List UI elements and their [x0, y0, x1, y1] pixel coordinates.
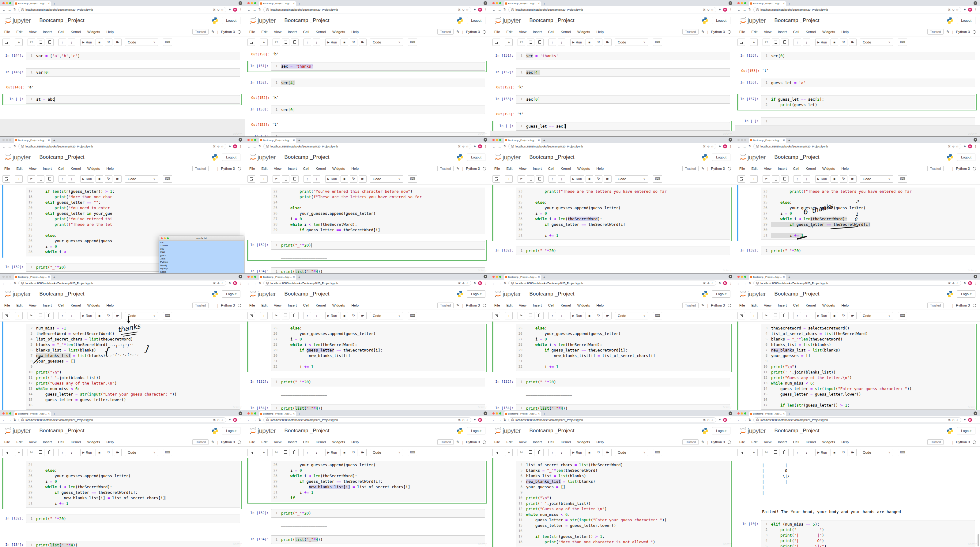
restart-run-all-button[interactable]: ▶▶ — [359, 38, 367, 46]
menu-edit[interactable]: Edit — [506, 303, 513, 307]
code-cell[interactable]: In [152]:1sec[4] — [492, 67, 732, 78]
copy-cell-button[interactable] — [37, 312, 45, 319]
forward-icon[interactable]: → — [498, 281, 501, 285]
browser-tab[interactable]: Bootcamp _Project - Jupyter N ✕ — [259, 1, 296, 6]
window-controls[interactable] — [247, 274, 256, 280]
code-cell[interactable]: In [132]:1print("_"*20)_________________… — [247, 377, 487, 397]
cell-type-select[interactable]: Code ∨ — [370, 449, 403, 456]
back-icon[interactable]: ← — [2, 8, 6, 12]
notebook-title[interactable]: Bootcamp _Project — [40, 291, 84, 297]
menu-kernel[interactable]: Kernel — [806, 440, 816, 444]
close-window-icon[interactable] — [247, 412, 250, 415]
cell-type-select[interactable]: Code ∨ — [860, 175, 893, 182]
copy-cell-button[interactable] — [282, 38, 290, 46]
command-palette-button[interactable]: ⌨ — [163, 175, 172, 182]
cut-cell-button[interactable]: ✂ — [762, 312, 770, 319]
minimize-window-icon[interactable] — [741, 276, 743, 278]
jupyter-logo[interactable]: jupyter — [249, 427, 276, 435]
back-icon[interactable]: ← — [247, 281, 251, 285]
browser-menu-icon[interactable]: ⋮ — [974, 145, 977, 148]
maximize-window-icon[interactable] — [744, 276, 746, 278]
code-cell[interactable]: In [153]:1sec[0] — [247, 104, 487, 115]
code-editor[interactable]: guess_let == sec[ — [524, 122, 730, 130]
scrollbar-thumb[interactable] — [978, 534, 979, 546]
bookmark-star-icon[interactable]: ☆ — [221, 145, 224, 148]
menu-file[interactable]: File — [494, 440, 500, 444]
browser-tab[interactable]: Bootcamp _Project - Jupyter N ✕ — [504, 411, 541, 416]
menu-edit[interactable]: Edit — [506, 167, 513, 170]
forward-icon[interactable]: → — [743, 418, 746, 422]
site-info-icon[interactable]: i — [511, 145, 514, 148]
menu-view[interactable]: View — [519, 167, 527, 170]
logout-button[interactable]: Logout — [467, 17, 485, 24]
reload-icon[interactable]: ↻ — [748, 144, 751, 148]
menu-file[interactable]: File — [249, 167, 255, 170]
restart-run-all-button[interactable]: ▶▶ — [849, 175, 857, 182]
bookmark-star-icon[interactable]: ☆ — [221, 8, 224, 11]
shortcut-icon[interactable]: ⌘ — [213, 282, 216, 285]
cell-type-select[interactable]: Code ∨ — [615, 449, 648, 456]
cell-type-select[interactable]: Code ∨ — [125, 38, 158, 46]
code-cell[interactable]: In [134]:1print(list("_"*4)) — [247, 266, 487, 274]
profile-avatar[interactable]: D — [723, 281, 727, 285]
menu-help[interactable]: Help — [596, 440, 604, 444]
menu-insert[interactable]: Insert — [533, 303, 542, 307]
close-window-icon[interactable] — [492, 276, 495, 278]
notebook-title[interactable]: Bootcamp _Project — [285, 428, 329, 434]
minimize-window-icon[interactable] — [496, 139, 498, 141]
browser-menu-icon[interactable]: ⋮ — [729, 281, 732, 285]
tab-close-icon[interactable]: ✕ — [48, 139, 50, 142]
window-controls[interactable] — [737, 137, 746, 143]
menu-edit[interactable]: Edit — [261, 303, 268, 307]
copy-cell-button[interactable] — [282, 312, 290, 319]
shortcut-icon[interactable]: ⌘ — [213, 145, 216, 148]
code-input[interactable]: 1var[0] — [26, 68, 240, 77]
cut-cell-button[interactable]: ✂ — [517, 175, 525, 182]
add-cell-button[interactable]: + — [750, 312, 758, 319]
move-cell-down-button[interactable]: ↓ — [68, 312, 75, 319]
menu-file[interactable]: File — [739, 167, 745, 170]
new-tab-button[interactable]: + — [53, 2, 55, 6]
tab-close-icon[interactable]: ✕ — [538, 412, 540, 415]
logout-button[interactable]: Logout — [957, 290, 975, 298]
browser-menu-icon[interactable]: ⋮ — [239, 418, 242, 422]
move-cell-down-button[interactable]: ↓ — [558, 312, 565, 319]
menu-insert[interactable]: Insert — [43, 303, 52, 307]
code-input[interactable]: 1print("_"*20) — [761, 247, 975, 255]
zoom-icon[interactable]: ⊖ — [462, 282, 465, 285]
notebook-title[interactable]: Bootcamp _Project — [775, 154, 819, 160]
menu-insert[interactable]: Insert — [533, 440, 542, 444]
browser-tab[interactable]: Bootcamp _Project - Jupyter N ✕ — [14, 1, 51, 6]
cell-type-select[interactable]: Code ∨ — [125, 312, 158, 319]
interrupt-kernel-button[interactable]: ■ — [585, 312, 593, 319]
menu-widgets[interactable]: Widgets — [332, 303, 345, 307]
interrupt-kernel-button[interactable]: ■ — [340, 38, 348, 46]
forward-icon[interactable]: → — [8, 145, 11, 148]
maximize-window-icon[interactable] — [9, 2, 11, 4]
extension-icon[interactable]: ⚑ — [474, 8, 476, 11]
new-tab-button[interactable]: + — [543, 275, 545, 280]
menu-kernel[interactable]: Kernel — [71, 440, 81, 444]
profile-avatar[interactable]: D — [478, 8, 482, 12]
window-controls[interactable] — [2, 0, 11, 6]
profile-avatar[interactable]: D — [478, 144, 482, 148]
download-indicator-icon[interactable]: ▾ — [974, 275, 977, 278]
site-info-icon[interactable]: i — [266, 419, 269, 421]
code-editor[interactable]: sec = 'thanks' — [524, 52, 730, 60]
restart-kernel-button[interactable]: ↻ — [350, 38, 357, 46]
code-input[interactable]: 1print("_"*20) — [26, 515, 240, 523]
move-cell-up-button[interactable]: ↑ — [549, 38, 556, 46]
move-cell-down-button[interactable]: ↓ — [558, 449, 565, 456]
menu-file[interactable]: File — [249, 30, 255, 34]
menu-edit[interactable]: Edit — [16, 30, 23, 34]
cut-cell-button[interactable]: ✂ — [762, 449, 770, 456]
extension-icon[interactable]: ⚑ — [229, 419, 231, 422]
add-cell-button[interactable]: + — [260, 449, 268, 456]
code-editor[interactable]: your_guesses.append(guess_letter) i = 0 … — [279, 461, 485, 502]
menu-kernel[interactable]: Kernel — [806, 167, 816, 170]
scrolled-code-cell[interactable]: 2345678910111213141516num_miss = -1theSe… — [2, 324, 242, 410]
download-indicator-icon[interactable]: ▾ — [484, 411, 487, 415]
menu-help[interactable]: Help — [351, 440, 359, 444]
menu-help[interactable]: Help — [351, 30, 359, 34]
menu-help[interactable]: Help — [596, 167, 604, 170]
